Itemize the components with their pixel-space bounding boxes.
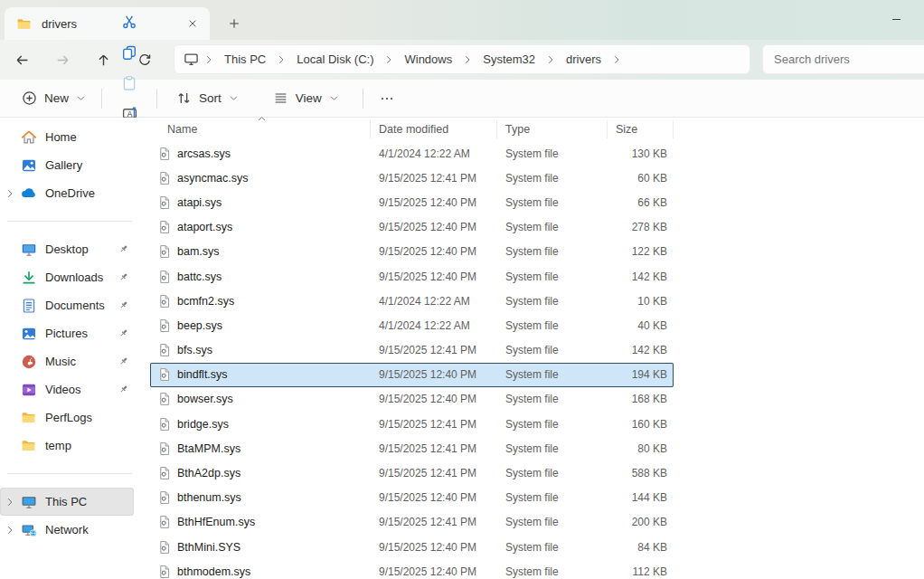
sidebar-item-desktop[interactable]: Desktop	[0, 235, 134, 263]
breadcrumb-item-windows[interactable]: Windows	[399, 49, 457, 70]
file-date-modified: 4/1/2024 12:22 AM	[371, 295, 497, 308]
tab-drivers[interactable]: drivers	[5, 7, 210, 40]
breadcrumb-chevron[interactable]	[199, 54, 219, 65]
file-row-bthmini-sys[interactable]: BthMini.SYS9/15/2025 12:40 PMSystem file…	[150, 535, 674, 559]
cut-button[interactable]	[108, 6, 150, 37]
file-name-cell: arcsas.sys	[150, 147, 371, 161]
file-name: bthmodem.sys	[177, 565, 250, 578]
new-button[interactable]: New	[13, 83, 95, 114]
file-row-ataport-sys[interactable]: ataport.sys9/15/2025 12:40 PMSystem file…	[150, 215, 674, 240]
copy-icon	[121, 44, 137, 61]
breadcrumb-chevron[interactable]	[607, 54, 627, 65]
sidebar-item-downloads[interactable]: Downloads	[0, 263, 134, 291]
sidebar-item-network[interactable]: Network	[0, 516, 134, 544]
file-row-bfs-sys[interactable]: bfs.sys9/15/2025 12:41 PMSystem file142 …	[150, 338, 674, 363]
search-box[interactable]	[762, 44, 924, 74]
copy-button[interactable]	[108, 37, 150, 68]
breadcrumb-item-this-pc[interactable]: This PC	[219, 49, 271, 70]
breadcrumb-chevron[interactable]	[457, 54, 477, 65]
file-row-bindflt-sys[interactable]: bindflt.sys9/15/2025 12:40 PMSystem file…	[150, 363, 674, 387]
breadcrumb-item-system32[interactable]: System32	[477, 49, 541, 70]
sidebar-item-label: Downloads	[45, 271, 112, 284]
sidebar-item-home[interactable]: Home	[0, 123, 134, 151]
paste-button[interactable]	[108, 68, 150, 99]
more-options-button[interactable]	[370, 83, 404, 114]
breadcrumb-item-drivers[interactable]: drivers	[561, 49, 607, 70]
sort-button[interactable]: Sort	[167, 83, 248, 114]
sidebar-item-label: Pictures	[45, 327, 112, 340]
system-file-icon	[157, 195, 172, 210]
file-row-atapi-sys[interactable]: atapi.sys9/15/2025 12:40 PMSystem file66…	[150, 190, 674, 214]
new-tab-button[interactable]	[222, 13, 246, 34]
sidebar-item-music[interactable]: Music	[0, 347, 134, 375]
file-type: System file	[497, 295, 608, 308]
system-file-icon	[157, 392, 172, 406]
file-size: 80 KB	[608, 442, 674, 455]
file-row-arcsas-sys[interactable]: arcsas.sys4/1/2024 12:22 AMSystem file13…	[150, 141, 674, 166]
sidebar-item-onedrive[interactable]: OneDrive	[0, 179, 134, 207]
breadcrumb[interactable]: This PCLocal Disk (C:)WindowsSystem32dri…	[174, 44, 750, 74]
sidebar-item-this-pc[interactable]: This PC	[0, 488, 134, 516]
file-type: System file	[497, 467, 608, 479]
back-button[interactable]	[2, 44, 42, 75]
system-file-icon	[157, 565, 172, 579]
minimize-button[interactable]	[881, 7, 911, 31]
sidebar-item-gallery[interactable]: Gallery	[0, 151, 134, 179]
sidebar-item-label: temp	[45, 439, 134, 452]
sidebar-item-pictures[interactable]: Pictures	[0, 319, 134, 347]
expand-chevron-icon[interactable]	[0, 188, 20, 199]
file-row-bthmodem-sys[interactable]: bthmodem.sys9/15/2025 12:40 PMSystem fil…	[150, 559, 674, 579]
breadcrumb-chevron[interactable]	[271, 54, 291, 65]
sidebar-item-perflogs[interactable]: PerfLogs	[0, 403, 134, 432]
file-date-modified: 9/15/2025 12:40 PM	[371, 271, 497, 283]
file-name: beep.sys	[177, 319, 222, 332]
file-row-beep-sys[interactable]: beep.sys4/1/2024 12:22 AMSystem file40 K…	[150, 313, 674, 337]
file-size: 40 KB	[608, 319, 674, 332]
sort-arrows-icon	[176, 90, 192, 106]
file-row-bcmfn2-sys[interactable]: bcmfn2.sys4/1/2024 12:22 AMSystem file10…	[150, 289, 674, 313]
search-input[interactable]	[763, 52, 924, 66]
file-row-btampm-sys[interactable]: BtaMPM.sys9/15/2025 12:41 PMSystem file8…	[150, 436, 674, 460]
file-name-cell: BthHfEnum.sys	[150, 515, 371, 529]
breadcrumb-chevron[interactable]	[541, 54, 561, 65]
file-date-modified: 9/15/2025 12:41 PM	[371, 442, 497, 455]
file-name: BthMini.SYS	[177, 541, 240, 554]
file-row-bridge-sys[interactable]: bridge.sys9/15/2025 12:41 PMSystem file1…	[150, 412, 674, 436]
file-date-modified: 9/15/2025 12:41 PM	[371, 516, 497, 528]
sidebar-item-temp[interactable]: temp	[0, 432, 134, 460]
view-button[interactable]: View	[264, 83, 348, 114]
file-row-asyncmac-sys[interactable]: asyncmac.sys9/15/2025 12:41 PMSystem fil…	[150, 166, 674, 190]
file-row-battc-sys[interactable]: battc.sys9/15/2025 12:40 PMSystem file14…	[150, 264, 674, 289]
file-row-btha2dp-sys[interactable]: BthA2dp.sys9/15/2025 12:41 PMSystem file…	[150, 460, 674, 485]
this-pc-icon	[20, 493, 37, 510]
pin-icon	[112, 243, 134, 255]
file-name-cell: bfs.sys	[150, 343, 371, 357]
column-header-name[interactable]: Name	[150, 120, 371, 138]
sidebar-item-label: Home	[45, 130, 134, 144]
sidebar-item-videos[interactable]: Videos	[0, 375, 134, 403]
file-row-bam-sys[interactable]: bam.sys9/15/2025 12:40 PMSystem file122 …	[150, 240, 674, 264]
file-name: bfs.sys	[177, 344, 212, 356]
close-tab-icon[interactable]	[183, 14, 203, 33]
sidebar-item-documents[interactable]: Documents	[0, 291, 134, 319]
downloads-icon	[20, 269, 37, 286]
expand-chevron-icon[interactable]	[0, 497, 20, 508]
chevron-down-icon	[229, 93, 239, 103]
toolbar-separator	[363, 89, 363, 109]
column-header-date-modified[interactable]: Date modified	[371, 120, 497, 138]
file-row-bthenum-sys[interactable]: bthenum.sys9/15/2025 12:40 PMSystem file…	[150, 486, 674, 510]
breadcrumb-item-local-disk-c[interactable]: Local Disk (C:)	[291, 49, 379, 70]
expand-chevron-icon[interactable]	[0, 525, 20, 536]
file-size: 278 KB	[608, 221, 674, 233]
file-row-bthhfenum-sys[interactable]: BthHfEnum.sys9/15/2025 12:41 PMSystem fi…	[150, 510, 674, 535]
forward-button[interactable]	[42, 44, 83, 75]
sidebar-item-label: OneDrive	[45, 186, 134, 200]
system-file-icon	[157, 147, 172, 161]
file-row-bowser-sys[interactable]: bowser.sys9/15/2025 12:40 PMSystem file1…	[150, 387, 674, 412]
file-list: NameDate modifiedTypeSizearcsas.sys4/1/2…	[145, 118, 924, 579]
file-size: 122 KB	[608, 245, 674, 258]
breadcrumb-chevron[interactable]	[379, 54, 399, 65]
column-header-type[interactable]: Type	[497, 120, 608, 138]
column-header-size[interactable]: Size	[608, 120, 674, 138]
file-name-cell: asyncmac.sys	[150, 171, 371, 185]
